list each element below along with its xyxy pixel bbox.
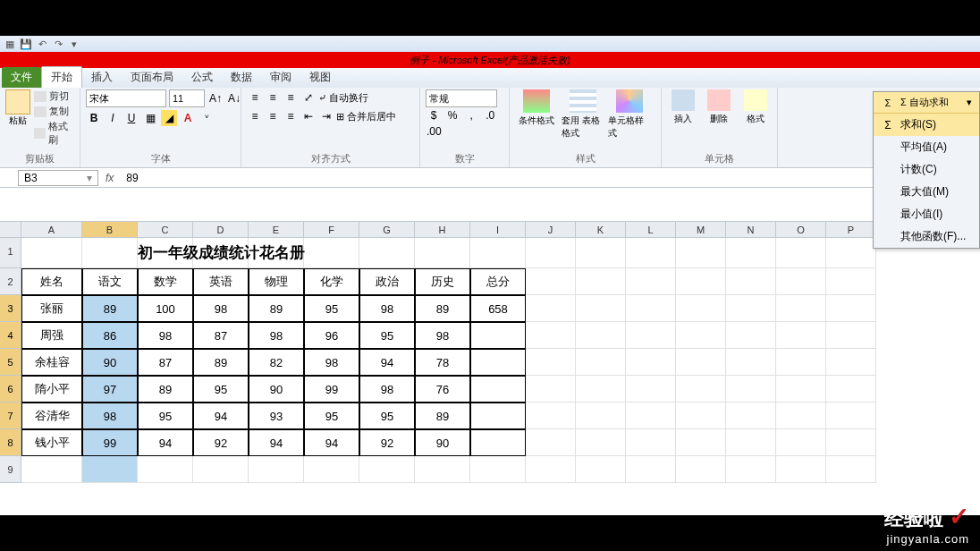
format-table-button[interactable]: 套用 表格格式 <box>562 89 604 140</box>
cell-B2[interactable]: 语文 <box>82 268 138 295</box>
cell-D4[interactable]: 87 <box>193 322 249 349</box>
cell-D8[interactable]: 92 <box>193 429 249 456</box>
cell-D5[interactable]: 89 <box>193 349 249 376</box>
cell-F8[interactable]: 94 <box>304 429 359 456</box>
cell-J6[interactable] <box>526 376 576 403</box>
cell-A4[interactable]: 周强 <box>21 322 82 349</box>
cell-K2[interactable] <box>576 268 626 295</box>
column-header-N[interactable]: N <box>726 222 776 238</box>
cell-E8[interactable]: 94 <box>249 429 304 456</box>
cell-I3[interactable]: 658 <box>470 295 526 322</box>
cell-L1[interactable] <box>626 238 676 268</box>
cell-F7[interactable]: 95 <box>304 403 359 429</box>
cell-D7[interactable]: 94 <box>193 403 249 429</box>
cell-G3[interactable]: 98 <box>359 295 415 322</box>
cell-P8[interactable] <box>826 429 876 456</box>
cell-B6[interactable]: 97 <box>82 376 138 403</box>
shrink-font-icon[interactable]: A↓ <box>226 90 242 106</box>
cell-J9[interactable] <box>526 456 576 483</box>
column-header-F[interactable]: F <box>304 222 359 238</box>
align-left-icon[interactable]: ≡ <box>247 108 263 124</box>
copy-button[interactable]: 复制 <box>34 105 74 118</box>
undo-icon[interactable]: ↶ <box>36 38 48 50</box>
cell-L9[interactable] <box>626 456 676 483</box>
cell-A5[interactable]: 余桂容 <box>21 349 82 376</box>
fill-color-icon[interactable]: ◢ <box>161 110 177 126</box>
cell-E9[interactable] <box>249 456 304 483</box>
cell-G5[interactable]: 94 <box>359 349 415 376</box>
cell-M8[interactable] <box>676 429 726 456</box>
cell-P1[interactable] <box>826 238 876 268</box>
cell-K4[interactable] <box>576 322 626 349</box>
name-box[interactable]: B3▾ <box>18 170 98 186</box>
cell-C5[interactable]: 87 <box>138 349 193 376</box>
font-size-select[interactable] <box>169 89 205 107</box>
cell-G8[interactable]: 92 <box>359 429 415 456</box>
cell-K3[interactable] <box>576 295 626 322</box>
comma-icon[interactable]: , <box>463 107 479 123</box>
cell-A3[interactable]: 张丽 <box>21 295 82 322</box>
column-header-G[interactable]: G <box>359 222 415 238</box>
row-header-2[interactable]: 2 <box>0 268 21 295</box>
column-header-I[interactable]: I <box>470 222 526 238</box>
align-right-icon[interactable]: ≡ <box>283 108 299 124</box>
cell-I8[interactable] <box>470 429 526 456</box>
cell-H5[interactable]: 78 <box>415 349 470 376</box>
tab-home[interactable]: 开始 <box>41 66 82 88</box>
cell-B1[interactable] <box>82 238 138 268</box>
cell-I1[interactable] <box>470 238 526 268</box>
cell-P3[interactable] <box>826 295 876 322</box>
cell-H4[interactable]: 98 <box>415 322 470 349</box>
autosum-trigger[interactable]: ΣΣ 自动求和▾ <box>874 92 979 114</box>
cell-G2[interactable]: 政治 <box>359 268 415 295</box>
cell-H9[interactable] <box>415 456 470 483</box>
cell-N3[interactable] <box>726 295 776 322</box>
cell-G1[interactable] <box>359 238 415 268</box>
cell-M9[interactable] <box>676 456 726 483</box>
cell-K9[interactable] <box>576 456 626 483</box>
tab-view[interactable]: 视图 <box>300 67 340 88</box>
bold-button[interactable]: B <box>86 110 102 126</box>
cell-C6[interactable]: 89 <box>138 376 193 403</box>
menu-min[interactable]: 最小值(I) <box>874 203 979 225</box>
cell-I7[interactable] <box>470 403 526 429</box>
column-header-C[interactable]: C <box>138 222 193 238</box>
cell-M4[interactable] <box>676 322 726 349</box>
cell-E6[interactable]: 90 <box>249 376 304 403</box>
percent-icon[interactable]: % <box>444 107 460 123</box>
cell-E5[interactable]: 82 <box>249 349 304 376</box>
column-header-M[interactable]: M <box>676 222 726 238</box>
cell-A2[interactable]: 姓名 <box>21 268 82 295</box>
column-header-K[interactable]: K <box>576 222 626 238</box>
select-all-corner[interactable] <box>0 222 21 238</box>
cell-C9[interactable] <box>138 456 193 483</box>
cell-N2[interactable] <box>726 268 776 295</box>
cell-C2[interactable]: 数学 <box>138 268 193 295</box>
cell-N4[interactable] <box>726 322 776 349</box>
wrap-text-button[interactable]: ⤶自动换行 <box>318 91 368 105</box>
border-icon[interactable]: ▦ <box>142 110 158 126</box>
fx-icon[interactable]: fx <box>106 172 114 184</box>
cell-O3[interactable] <box>776 295 826 322</box>
qat-dropdown-icon[interactable]: ▾ <box>68 38 80 50</box>
indent-inc-icon[interactable]: ⇥ <box>318 108 334 124</box>
cell-L3[interactable] <box>626 295 676 322</box>
paste-button[interactable]: 粘贴 <box>5 89 30 134</box>
cell-B4[interactable]: 86 <box>82 322 138 349</box>
column-header-P[interactable]: P <box>826 222 876 238</box>
cell-L8[interactable] <box>626 429 676 456</box>
cell-K7[interactable] <box>576 403 626 429</box>
cell-E3[interactable]: 89 <box>249 295 304 322</box>
menu-average[interactable]: 平均值(A) <box>874 136 979 158</box>
phonetic-icon[interactable]: ᵛ <box>199 110 215 126</box>
cell-N1[interactable] <box>726 238 776 268</box>
cell-L2[interactable] <box>626 268 676 295</box>
spreadsheet-grid[interactable]: ABCDEFGHIJKLMNOP 123456789 初一年级成绩统计花名册姓名… <box>0 222 980 483</box>
cell-D6[interactable]: 95 <box>193 376 249 403</box>
cell-H8[interactable]: 90 <box>415 429 470 456</box>
delete-cell-button[interactable]: 删除 <box>703 89 735 125</box>
tab-file[interactable]: 文件 <box>2 67 41 88</box>
cell-J4[interactable] <box>526 322 576 349</box>
cell-P5[interactable] <box>826 349 876 376</box>
cell-F2[interactable]: 化学 <box>304 268 359 295</box>
